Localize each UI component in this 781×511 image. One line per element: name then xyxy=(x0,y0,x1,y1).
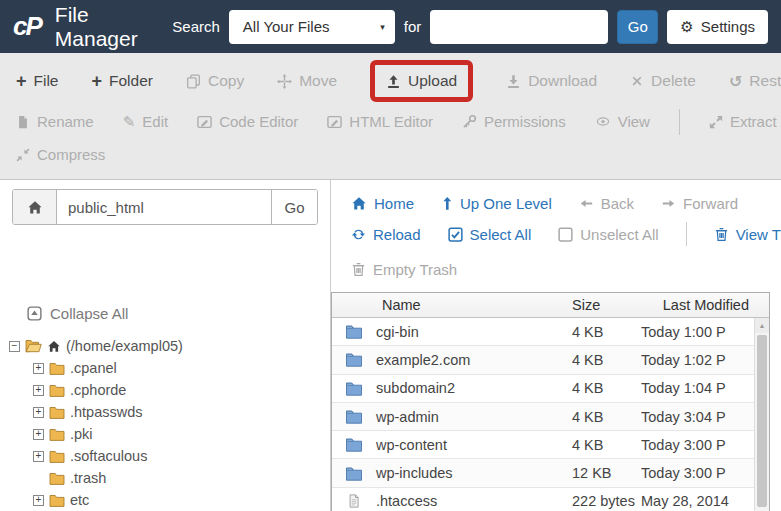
code-editor-button[interactable]: Code Editor xyxy=(197,113,298,130)
file-button[interactable]: + File xyxy=(16,72,59,90)
permissions-button[interactable]: Permissions xyxy=(462,113,566,130)
nav-view-trash-link[interactable]: View Trash xyxy=(714,226,781,243)
expand-icon[interactable] xyxy=(33,429,44,440)
folder-button[interactable]: + Folder xyxy=(92,72,153,90)
nav-forward-link[interactable]: Forward xyxy=(661,195,738,212)
checkbox-checked-icon xyxy=(448,227,463,242)
expand-icon[interactable] xyxy=(33,451,44,462)
tree-item-trash[interactable]: .trash xyxy=(33,467,330,489)
folder-icon xyxy=(49,406,65,419)
nav-back-link[interactable]: Back xyxy=(579,195,634,212)
home-icon xyxy=(351,196,367,211)
tree-item-htpasswds[interactable]: .htpasswds xyxy=(33,401,330,423)
nav-separator xyxy=(686,222,687,246)
arrow-right-icon xyxy=(661,197,676,210)
compress-icon xyxy=(16,148,30,162)
column-header-name[interactable]: Name xyxy=(376,297,546,313)
search-go-button[interactable]: Go xyxy=(617,10,658,44)
expand-icon[interactable] xyxy=(33,385,44,396)
folder-icon xyxy=(49,450,65,463)
reload-icon xyxy=(351,227,366,242)
scrollbar-thumb[interactable] xyxy=(757,335,767,507)
delete-button[interactable]: Delete xyxy=(630,72,696,90)
view-button[interactable]: View xyxy=(595,113,650,130)
table-header-row: Name Size Last Modified xyxy=(332,293,769,318)
nav-select-all-link[interactable]: Select All xyxy=(448,226,532,243)
folder-icon xyxy=(345,381,363,396)
restore-button[interactable]: ↺ Restore xyxy=(729,72,781,91)
download-icon xyxy=(506,74,521,89)
path-go-button[interactable]: Go xyxy=(271,190,317,224)
expand-icon[interactable] xyxy=(33,407,44,418)
folder-icon xyxy=(49,362,65,375)
arrow-left-icon xyxy=(579,197,594,210)
table-row[interactable]: cgi-bin 4 KB Today 1:00 P xyxy=(332,318,769,346)
search-input[interactable] xyxy=(430,10,608,44)
table-row[interactable]: example2.com 4 KB Today 1:02 P xyxy=(332,346,769,374)
settings-button[interactable]: ⚙ Settings xyxy=(667,10,768,44)
scroll-up-button[interactable] xyxy=(755,318,769,333)
file-table: Name Size Last Modified cgi-bin 4 KB Tod… xyxy=(331,292,770,511)
nav-empty-trash-link[interactable]: Empty Trash xyxy=(351,261,457,278)
home-icon xyxy=(27,200,43,215)
nav-reload-link[interactable]: Reload xyxy=(351,226,421,243)
extract-icon xyxy=(709,115,723,129)
table-row[interactable]: wp-content 4 KB Today 3:00 P xyxy=(332,431,769,459)
move-button[interactable]: Move xyxy=(277,72,337,90)
path-home-button[interactable] xyxy=(13,190,57,224)
checkbox-empty-icon xyxy=(558,227,573,242)
tree-item-softaculous[interactable]: .softaculous xyxy=(33,445,330,467)
copy-icon xyxy=(186,74,201,89)
folder-icon xyxy=(345,352,363,367)
table-row[interactable]: wp-admin 4 KB Today 3:04 P xyxy=(332,403,769,431)
rename-icon xyxy=(16,115,30,129)
tree-item-pki[interactable]: .pki xyxy=(33,423,330,445)
download-button[interactable]: Download xyxy=(506,72,597,90)
table-row[interactable]: .htaccess 222 bytes May 28, 2014 xyxy=(332,488,769,511)
search-scope-value: All Your Files xyxy=(243,18,330,35)
collapse-all-link[interactable]: Collapse All xyxy=(27,305,330,322)
pencil-icon: ✎ xyxy=(123,113,136,131)
tree-item-cphorde[interactable]: .cphorde xyxy=(33,379,330,401)
eye-icon xyxy=(595,115,611,128)
app-header: cP File Manager Search All Your Files ▾ … xyxy=(0,0,781,53)
search-label: Search xyxy=(172,18,220,35)
expand-icon[interactable] xyxy=(33,363,44,374)
nav-up-one-level-link[interactable]: Up One Level xyxy=(441,195,552,212)
tree-root-home[interactable]: (/home/exampl05) xyxy=(9,335,330,357)
column-header-last-modified[interactable]: Last Modified xyxy=(641,297,769,313)
folder-open-icon xyxy=(25,339,42,353)
plus-icon: + xyxy=(16,72,27,90)
copy-button[interactable]: Copy xyxy=(186,72,244,90)
expand-icon[interactable] xyxy=(33,495,44,506)
nav-home-link[interactable]: Home xyxy=(351,195,414,212)
extract-button[interactable]: Extract xyxy=(709,113,777,130)
tree-item-cpanel[interactable]: .cpanel xyxy=(33,357,330,379)
table-row[interactable]: subdomain2 4 KB Today 1:04 P xyxy=(332,375,769,403)
upload-highlight-box: Upload xyxy=(370,60,473,102)
collapse-all-icon xyxy=(27,306,42,321)
gear-icon: ⚙ xyxy=(680,18,693,36)
folder-icon xyxy=(49,494,65,507)
html-editor-button[interactable]: HTML Editor xyxy=(327,113,433,130)
plus-icon: + xyxy=(92,72,103,90)
folder-icon xyxy=(49,384,65,397)
table-scrollbar[interactable] xyxy=(754,318,769,511)
directory-panel: Go Collapse All (/home/exampl05) .cpanel xyxy=(0,180,331,511)
folder-icon xyxy=(345,324,363,339)
table-row[interactable]: wp-includes 12 KB Today 3:00 P xyxy=(332,459,769,487)
column-header-size[interactable]: Size xyxy=(546,297,641,313)
nav-unselect-all-link[interactable]: Unselect All xyxy=(558,226,658,243)
rename-button[interactable]: Rename xyxy=(16,113,94,130)
folder-icon xyxy=(345,409,363,424)
path-input[interactable] xyxy=(57,190,271,224)
collapse-expander-icon[interactable] xyxy=(9,341,20,352)
delete-x-icon xyxy=(630,74,644,88)
compress-button[interactable]: Compress xyxy=(16,146,105,163)
search-scope-select[interactable]: All Your Files ▾ xyxy=(229,10,395,44)
toolbar-separator xyxy=(679,109,680,135)
edit-button[interactable]: ✎ Edit xyxy=(123,113,168,131)
upload-button[interactable]: Upload xyxy=(386,72,457,90)
tree-item-etc[interactable]: etc xyxy=(33,489,330,511)
move-icon xyxy=(277,74,292,89)
